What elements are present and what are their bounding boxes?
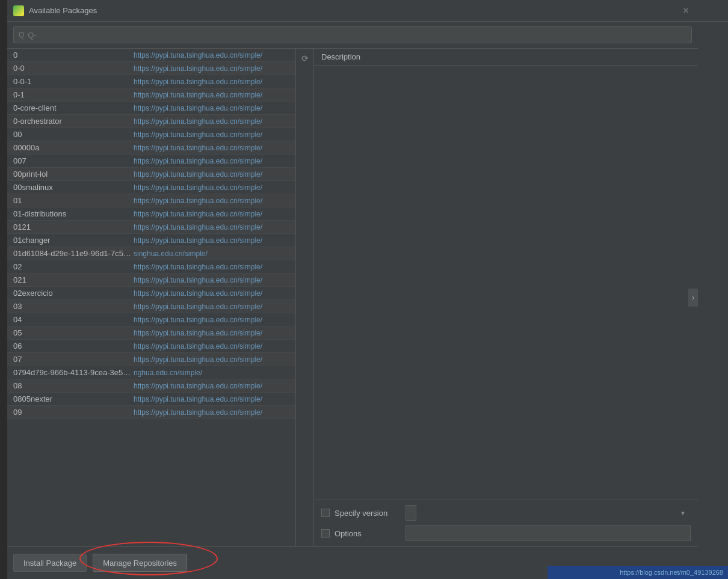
package-row[interactable]: 0https://pypi.tuna.tsinghua.edu.cn/simpl… (7, 49, 295, 62)
package-url: https://pypi.tuna.tsinghua.edu.cn/simple… (134, 408, 289, 417)
package-list-section: 0https://pypi.tuna.tsinghua.edu.cn/simpl… (7, 49, 314, 546)
specify-version-checkbox[interactable] (321, 509, 330, 517)
options-text-input[interactable] (406, 525, 691, 541)
package-name: 0121 (13, 222, 134, 231)
package-name: 08 (13, 381, 134, 390)
package-url: https://pypi.tuna.tsinghua.edu.cn/simple… (134, 355, 289, 364)
close-button[interactable]: × (680, 5, 692, 17)
package-url: https://pypi.tuna.tsinghua.edu.cn/simple… (134, 197, 289, 205)
package-url: https://pypi.tuna.tsinghua.edu.cn/simple… (134, 183, 289, 192)
package-row[interactable]: 0121https://pypi.tuna.tsinghua.edu.cn/si… (7, 221, 295, 234)
app-icon (13, 5, 24, 16)
package-row[interactable]: 0805nexterhttps://pypi.tuna.tsinghua.edu… (7, 393, 295, 406)
package-url: https://pypi.tuna.tsinghua.edu.cn/simple… (134, 64, 289, 73)
package-name: 0-1 (13, 90, 134, 99)
package-row[interactable]: 007https://pypi.tuna.tsinghua.edu.cn/sim… (7, 155, 295, 168)
package-url: https://pypi.tuna.tsinghua.edu.cn/simple… (134, 170, 289, 179)
package-name: 0-core-client (13, 103, 134, 112)
package-row[interactable]: 00000ahttps://pypi.tuna.tsinghua.edu.cn/… (7, 141, 295, 155)
package-url: https://pypi.tuna.tsinghua.edu.cn/simple… (134, 329, 289, 337)
package-row[interactable]: 06https://pypi.tuna.tsinghua.edu.cn/simp… (7, 340, 295, 353)
version-select-wrapper (406, 505, 691, 521)
package-row[interactable]: 01https://pypi.tuna.tsinghua.edu.cn/simp… (7, 194, 295, 207)
package-url: singhua.edu.cn/simple/ (134, 250, 289, 258)
specify-version-label: Specify version (335, 509, 401, 518)
package-row[interactable]: 02exerciciohttps://pypi.tuna.tsinghua.ed… (7, 287, 295, 300)
package-row[interactable]: 0-orchestratorhttps://pypi.tuna.tsinghua… (7, 115, 295, 128)
package-name: 01 (13, 196, 134, 205)
package-row[interactable]: 07https://pypi.tuna.tsinghua.edu.cn/simp… (7, 353, 295, 366)
package-url: https://pypi.tuna.tsinghua.edu.cn/simple… (134, 117, 289, 126)
package-row[interactable]: 021https://pypi.tuna.tsinghua.edu.cn/sim… (7, 274, 295, 287)
refresh-button[interactable]: ⟳ (298, 51, 312, 66)
options-checkbox[interactable] (321, 529, 330, 538)
package-row[interactable]: 0-0https://pypi.tuna.tsinghua.edu.cn/sim… (7, 62, 295, 75)
package-url: https://pypi.tuna.tsinghua.edu.cn/simple… (134, 91, 289, 99)
package-name: 0-0-1 (13, 77, 134, 86)
package-name: 02exercicio (13, 289, 134, 298)
package-name: 007 (13, 156, 134, 165)
search-input-wrapper[interactable]: Q (13, 26, 692, 43)
package-row[interactable]: 00smalinuxhttps://pypi.tuna.tsinghua.edu… (7, 181, 295, 194)
description-content (314, 66, 698, 500)
package-name: 00smalinux (13, 183, 134, 192)
package-name: 06 (13, 342, 134, 351)
package-row[interactable]: 0-0-1https://pypi.tuna.tsinghua.edu.cn/s… (7, 75, 295, 88)
package-row[interactable]: 0-core-clienthttps://pypi.tuna.tsinghua.… (7, 102, 295, 115)
version-select[interactable] (406, 505, 416, 521)
package-row[interactable]: 05https://pypi.tuna.tsinghua.edu.cn/simp… (7, 326, 295, 340)
install-package-button[interactable]: Install Package (13, 554, 87, 572)
package-url: https://pypi.tuna.tsinghua.edu.cn/simple… (134, 144, 289, 152)
package-url: https://pypi.tuna.tsinghua.edu.cn/simple… (134, 223, 289, 231)
package-url: https://pypi.tuna.tsinghua.edu.cn/simple… (134, 157, 289, 165)
package-row[interactable]: 03https://pypi.tuna.tsinghua.edu.cn/simp… (7, 300, 295, 313)
package-name: 05 (13, 328, 134, 337)
package-row[interactable]: 00https://pypi.tuna.tsinghua.edu.cn/simp… (7, 128, 295, 141)
search-icon: Q (19, 31, 24, 39)
package-url: https://pypi.tuna.tsinghua.edu.cn/simple… (134, 104, 289, 112)
status-bar: https://blog.csdn.net/m0_49139268 (548, 566, 728, 579)
package-url: nghua.edu.cn/simple/ (134, 369, 289, 377)
package-name: 01d61084-d29e-11e9-96d1-7c5cf84ffe8e (13, 249, 134, 258)
package-url: https://pypi.tuna.tsinghua.edu.cn/simple… (134, 236, 289, 245)
package-name: 0-orchestrator (13, 117, 134, 126)
package-row[interactable]: 01d61084-d29e-11e9-96d1-7c5cf84ffe8esing… (7, 247, 295, 260)
package-row[interactable]: 0794d79c-966b-4113-9cea-3e5b658a7de7nghu… (7, 366, 295, 379)
package-url: https://pypi.tuna.tsinghua.edu.cn/simple… (134, 289, 289, 298)
package-name: 00print-lol (13, 170, 134, 179)
search-input[interactable] (28, 31, 686, 40)
specify-version-row: Specify version (321, 505, 691, 521)
package-url: https://pypi.tuna.tsinghua.edu.cn/simple… (134, 130, 289, 139)
package-url: https://pypi.tuna.tsinghua.edu.cn/simple… (134, 395, 289, 403)
package-list-col[interactable]: 0https://pypi.tuna.tsinghua.edu.cn/simpl… (7, 49, 295, 546)
package-row[interactable]: 09https://pypi.tuna.tsinghua.edu.cn/simp… (7, 406, 295, 419)
package-url: https://pypi.tuna.tsinghua.edu.cn/simple… (134, 78, 289, 86)
description-header: Description (314, 49, 698, 66)
package-url: https://pypi.tuna.tsinghua.edu.cn/simple… (134, 263, 289, 271)
content-area: 0https://pypi.tuna.tsinghua.edu.cn/simpl… (7, 49, 698, 546)
description-expand-chevron[interactable]: › (688, 289, 698, 307)
available-packages-dialog: Available Packages × Q 0https://pypi.tun… (7, 0, 698, 579)
package-row[interactable]: 00print-lolhttps://pypi.tuna.tsinghua.ed… (7, 168, 295, 181)
package-row[interactable]: 04https://pypi.tuna.tsinghua.edu.cn/simp… (7, 313, 295, 326)
manage-repositories-button[interactable]: Manage Repositories (93, 554, 187, 572)
title-bar-left: Available Packages (13, 5, 97, 16)
package-row[interactable]: 08https://pypi.tuna.tsinghua.edu.cn/simp… (7, 379, 295, 393)
refresh-col: ⟳ (295, 49, 313, 546)
package-row[interactable]: 01changerhttps://pypi.tuna.tsinghua.edu.… (7, 234, 295, 247)
package-row[interactable]: 01-distributionshttps://pypi.tuna.tsingh… (7, 207, 295, 221)
package-row[interactable]: 02https://pypi.tuna.tsinghua.edu.cn/simp… (7, 260, 295, 274)
search-bar: Q (7, 22, 698, 49)
package-name: 09 (13, 408, 134, 417)
package-name: 04 (13, 315, 134, 324)
options-label: Options (335, 529, 401, 538)
description-section: Description › Specify version (314, 49, 698, 546)
package-url: https://pypi.tuna.tsinghua.edu.cn/simple… (134, 316, 289, 324)
package-row[interactable]: 0-1https://pypi.tuna.tsinghua.edu.cn/sim… (7, 88, 295, 102)
package-url: https://pypi.tuna.tsinghua.edu.cn/simple… (134, 342, 289, 351)
status-url: https://blog.csdn.net/m0_49139268 (620, 569, 723, 576)
title-bar: Available Packages × (7, 0, 698, 22)
package-name: 0-0 (13, 64, 134, 73)
package-name: 01changer (13, 236, 134, 245)
package-name: 01-distributions (13, 209, 134, 218)
